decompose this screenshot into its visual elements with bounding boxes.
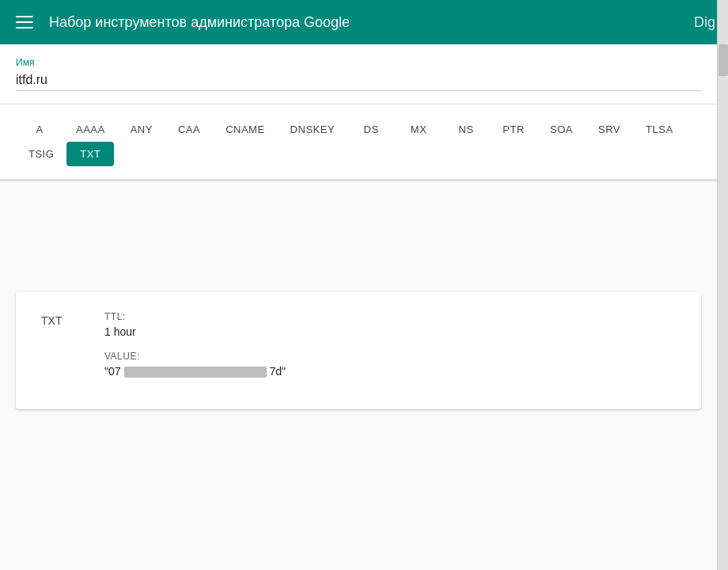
menu-button[interactable]: [13, 13, 36, 32]
value-field: VALUE: "077d": [104, 351, 676, 378]
name-label: Имя: [16, 57, 701, 68]
dns-type-SRV[interactable]: SRV: [586, 117, 633, 142]
app-title: Набор инструментов администратора Google: [49, 14, 678, 31]
bottom-spacer: [0, 409, 717, 457]
dns-type-ANY[interactable]: ANY: [118, 117, 165, 142]
ttl-label: TTL:: [104, 311, 676, 322]
dns-type-PTR[interactable]: PTR: [490, 117, 537, 142]
scrollbar-track[interactable]: [717, 0, 728, 570]
ttl-value: 1 hour: [104, 325, 676, 338]
name-section: Имя: [0, 44, 717, 104]
dns-type-NS[interactable]: NS: [442, 117, 490, 142]
dns-type-TLSA[interactable]: TLSA: [633, 117, 686, 142]
dns-type-A[interactable]: A: [16, 117, 63, 142]
result-card: TXT TTL: 1 hour VALUE: "077d": [16, 292, 701, 409]
app-header: Набор инструментов администратора Google…: [0, 0, 728, 44]
empty-area: [0, 181, 717, 292]
result-details: TTL: 1 hour VALUE: "077d": [104, 311, 676, 390]
dns-type-TSIG[interactable]: TSIG: [16, 142, 66, 166]
dns-type-AAAA[interactable]: AAAA: [63, 117, 118, 142]
dns-types-section: A AAAA ANY CAA CNAME DNSKEY DS MX NS PTR…: [0, 104, 717, 181]
dns-types-grid: A AAAA ANY CAA CNAME DNSKEY DS MX NS PTR…: [16, 117, 701, 166]
dns-type-TXT[interactable]: TXT: [66, 142, 114, 166]
value-suffix: 7d": [270, 365, 286, 378]
value-prefix: "07: [104, 365, 121, 378]
value-content: "077d": [104, 365, 676, 378]
value-blurred: [124, 367, 267, 378]
main-content: Имя A AAAA ANY CAA CNAME DNSKEY DS MX NS…: [0, 44, 717, 570]
value-label: VALUE:: [104, 351, 676, 362]
dns-type-MX[interactable]: MX: [395, 117, 442, 142]
dns-type-DS[interactable]: DS: [347, 117, 395, 142]
dns-type-DNSKEY[interactable]: DNSKEY: [278, 117, 347, 142]
dns-type-CNAME[interactable]: CNAME: [213, 117, 277, 142]
dns-type-SOA[interactable]: SOA: [537, 117, 586, 142]
name-input[interactable]: [16, 73, 701, 91]
dns-type-CAA[interactable]: CAA: [165, 117, 213, 142]
tool-name: Dig: [694, 14, 715, 31]
ttl-field: TTL: 1 hour: [104, 311, 676, 338]
result-type: TXT: [41, 311, 73, 327]
scrollbar-thumb[interactable]: [719, 44, 728, 76]
